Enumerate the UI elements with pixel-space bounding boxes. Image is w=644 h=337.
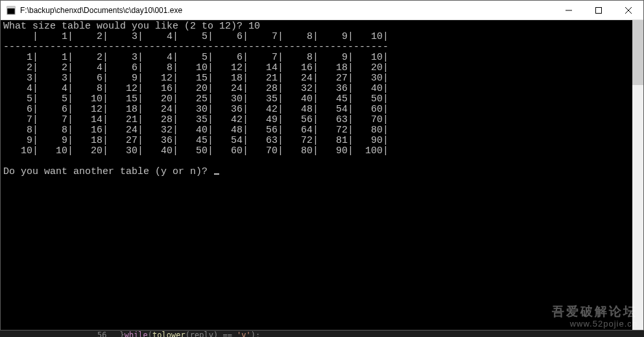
- svg-rect-3: [596, 7, 602, 13]
- titlebar[interactable]: F:\backup\chenxd\Documents\c\day10\001.e…: [1, 1, 643, 20]
- console-app-icon: [6, 5, 16, 16]
- text-cursor: [214, 173, 219, 175]
- window-controls: [554, 1, 643, 19]
- line-number: 56: [97, 331, 106, 337]
- scrollbar-thumb[interactable]: [632, 20, 643, 85]
- maximize-button[interactable]: [584, 1, 614, 19]
- window-title: F:\backup\chenxd\Documents\c\day10\001.e…: [20, 6, 554, 15]
- console-output[interactable]: What size table would you like (2 to 12)…: [1, 20, 632, 330]
- client-area: What size table would you like (2 to 12)…: [1, 20, 643, 330]
- prompt-another: Do you want another table (y or n)?: [3, 166, 213, 177]
- minimize-button[interactable]: [554, 1, 584, 19]
- editor-peek: 56 }while(tolower(reply) == 'y');: [0, 331, 644, 337]
- code-fragment: }while(tolower(reply) == 'y');: [119, 331, 260, 337]
- svg-rect-1: [7, 6, 15, 8]
- vertical-scrollbar[interactable]: [632, 20, 643, 330]
- close-button[interactable]: [614, 1, 643, 19]
- app-window: F:\backup\chenxd\Documents\c\day10\001.e…: [0, 0, 644, 331]
